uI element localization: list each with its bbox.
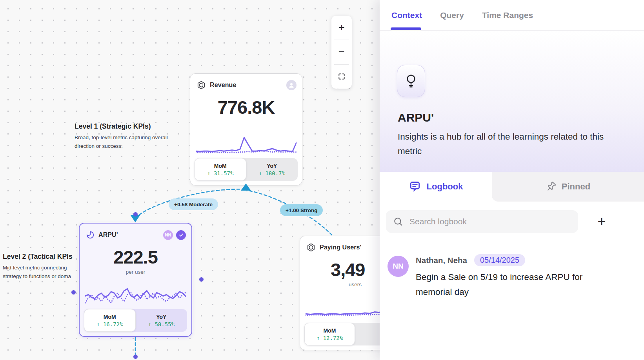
logbook-pinned-tabs: Logbook Pinned: [380, 172, 644, 202]
tab-context[interactable]: Context: [391, 0, 422, 30]
correlation-badge-moderate: +0.58 Moderate: [169, 198, 218, 210]
level1-title: Level 1 (Strategic KPIs): [75, 122, 173, 131]
sparkline-chart: [85, 282, 186, 307]
subtab-pinned[interactable]: Pinned: [492, 172, 644, 202]
fit-view-button[interactable]: [331, 65, 352, 89]
metric-value: 776.8K: [190, 96, 302, 118]
connection-handle-arpu-bottom[interactable]: [133, 355, 138, 359]
owner-avatar-icon: [286, 80, 297, 90]
entry-note: Begin a Sale on 5/19 to increase ARPU fo…: [416, 270, 604, 300]
mom-toggle[interactable]: MoM ↑ 12.72%: [304, 323, 355, 345]
subtab-logbook[interactable]: Logbook: [380, 172, 492, 202]
metric-hero-section: ARPU' Insights is a hub for all of the l…: [380, 31, 644, 172]
mom-toggle[interactable]: MoM ↑ 16.72%: [84, 309, 136, 332]
hexagon-metric-icon: [306, 243, 316, 252]
entry-avatar: NN: [387, 256, 409, 277]
metric-unit: per user: [80, 269, 191, 275]
panel-tab-bar: Context Query Time Ranges: [380, 0, 644, 31]
canvas-zoom-toolbar: + −: [331, 16, 352, 89]
metric-card-revenue[interactable]: Revenue 776.8K MoM ↑ 31.57% YoY ↑ 180.7%: [190, 73, 302, 185]
level2-description: Mid-level metric connecting strategy to …: [3, 264, 85, 281]
connection-handle-arpu-top[interactable]: [133, 212, 138, 216]
moon-metric-icon: [86, 231, 95, 239]
pin-icon: [543, 179, 559, 195]
connection-handle-arpu-left[interactable]: [71, 290, 76, 295]
search-icon: [393, 216, 403, 227]
mom-toggle[interactable]: MoM ↑ 31.57%: [195, 158, 246, 181]
metric-name: ARPU': [398, 111, 434, 124]
card-title: ARPU': [98, 231, 118, 238]
sparkline-chart: [196, 132, 297, 157]
connection-handle-arpu-right[interactable]: [199, 277, 204, 282]
hexagon-metric-icon: [196, 80, 206, 90]
search-input[interactable]: [409, 217, 558, 226]
metric-tree-canvas[interactable]: +0.58 Moderate +1.00 Strong Level 1 (Str…: [0, 0, 380, 360]
metric-description: Insights is a hub for all of the learnin…: [398, 129, 620, 158]
entry-author: Nathan, Neha: [416, 256, 467, 265]
active-tab-underline: [391, 27, 421, 30]
collaborator-avatar: NN: [163, 230, 173, 240]
entry-date-badge: 05/14/2025: [474, 254, 525, 266]
add-entry-button[interactable]: +: [591, 210, 612, 233]
zoom-out-button[interactable]: −: [331, 40, 352, 64]
context-side-panel: Context Query Time Ranges ARPU' Insights…: [380, 0, 644, 360]
level2-annotation: Level 2 (Tactical KPIs Mid-level metric …: [3, 253, 85, 281]
level1-description: Broad, top-level metric capturing overal…: [75, 133, 168, 151]
tab-query[interactable]: Query: [440, 0, 464, 30]
logbook-search[interactable]: [386, 210, 578, 233]
period-toggle: MoM ↑ 31.57% YoY ↑ 180.7%: [195, 158, 298, 181]
correlation-badge-strong: +1.00 Strong: [280, 204, 323, 216]
insights-tile: [397, 65, 425, 97]
metric-value: 222.5: [80, 246, 191, 268]
app-window: +0.58 Moderate +1.00 Strong Level 1 (Str…: [0, 0, 644, 360]
fullscreen-icon: [338, 73, 346, 80]
logbook-entry[interactable]: NN Nathan, Neha 05/14/2025 Begin a Sale …: [387, 254, 636, 300]
period-toggle: MoM ↑ 16.72% YoY ↑ 58.55%: [84, 309, 187, 332]
level1-annotation: Level 1 (Strategic KPIs) Broad, top-leve…: [75, 122, 173, 151]
verified-check-icon: [176, 230, 186, 240]
card-title: Revenue: [210, 82, 236, 89]
zoom-in-button[interactable]: +: [331, 16, 352, 40]
logbook-content: + NN Nathan, Neha 05/14/2025 Begin a Sal…: [380, 202, 644, 360]
tab-time-ranges[interactable]: Time Ranges: [482, 0, 533, 30]
card-title: Paying Users': [320, 244, 362, 251]
level2-title: Level 2 (Tactical KPIs: [3, 253, 85, 261]
lightbulb-icon: [403, 73, 419, 90]
yoy-toggle[interactable]: YoY ↑ 58.55%: [136, 309, 187, 332]
metric-card-arpu[interactable]: ARPU' NN 222.5 per user MoM ↑ 16.72% YoY: [79, 223, 192, 337]
yoy-toggle[interactable]: YoY ↑ 180.7%: [246, 158, 298, 181]
logbook-icon: [409, 180, 421, 193]
